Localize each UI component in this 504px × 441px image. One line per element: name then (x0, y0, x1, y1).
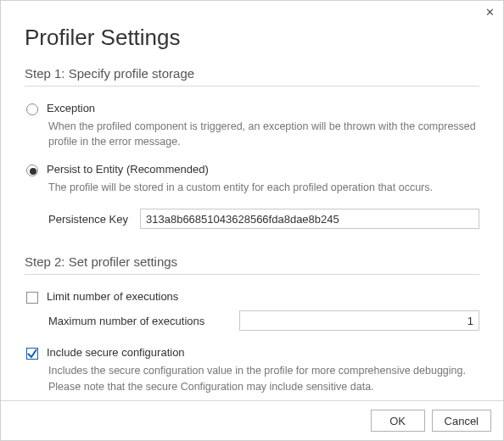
checkbox-icon[interactable] (26, 348, 38, 360)
radio-label: Persist to Entity (Recommended) (47, 163, 209, 176)
radio-icon[interactable] (26, 165, 38, 176)
max-executions-row: Maximum number of executions (48, 310, 479, 331)
ok-button[interactable]: OK (371, 410, 425, 432)
max-executions-input[interactable] (239, 310, 479, 331)
max-executions-label: Maximum number of executions (48, 315, 239, 327)
radio-label: Exception (47, 102, 95, 114)
dialog-title: Profiler Settings (25, 25, 479, 51)
include-secure-desc: Includes the secure configuration value … (48, 363, 479, 394)
limit-executions-option[interactable]: Limit number of executions (25, 290, 479, 304)
step1-heading: Step 1: Specify profile storage (25, 66, 479, 81)
persistence-key-row: Persistence Key (48, 209, 479, 229)
radio-option-exception[interactable]: Exception (25, 102, 479, 115)
close-icon[interactable]: ✕ (485, 6, 495, 19)
option-persist-desc: The profile will be stored in a custom e… (48, 180, 479, 195)
step2-divider (25, 274, 479, 275)
include-secure-option[interactable]: Include secure configuration (25, 346, 479, 360)
persistence-key-label: Persistence Key (48, 213, 140, 226)
dialog-footer: OK Cancel (1, 400, 503, 440)
checkbox-label: Include secure configuration (47, 346, 185, 359)
radio-option-persist[interactable]: Persist to Entity (Recommended) (25, 163, 479, 176)
persistence-key-input[interactable] (140, 209, 479, 229)
profiler-settings-dialog: ✕ Profiler Settings Step 1: Specify prof… (0, 0, 504, 441)
option-exception-desc: When the profiled component is triggered… (48, 119, 479, 149)
step2-heading: Step 2: Set profiler settings (25, 254, 479, 269)
radio-icon[interactable] (26, 103, 38, 115)
dialog-content: Profiler Settings Step 1: Specify profil… (1, 1, 503, 394)
checkbox-icon[interactable] (26, 292, 38, 304)
step1-divider (25, 86, 479, 87)
cancel-button[interactable]: Cancel (432, 410, 491, 432)
checkbox-label: Limit number of executions (47, 290, 178, 303)
